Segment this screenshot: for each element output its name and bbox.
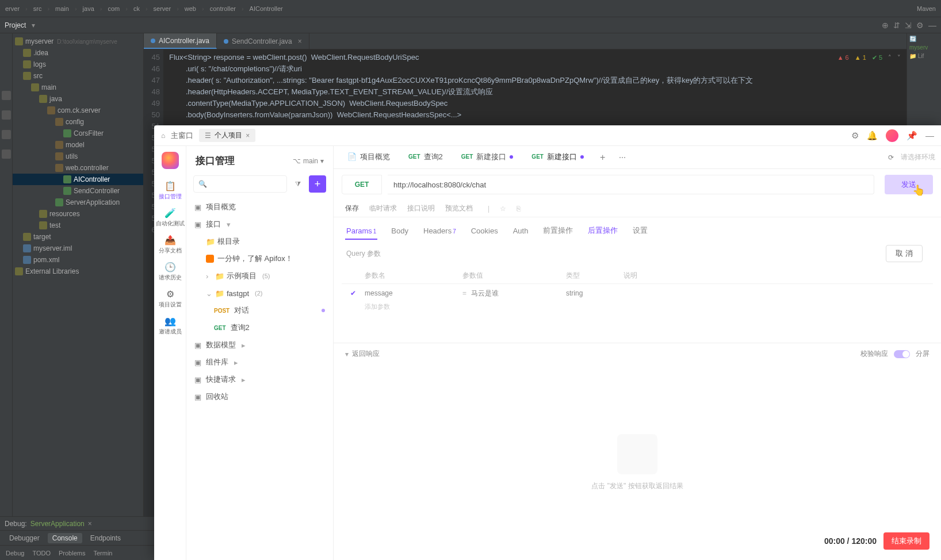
rail-自动化测试[interactable]: 🧪自动化测试 — [156, 204, 185, 231]
tab-overview[interactable]: 📄项目概览 — [339, 146, 398, 168]
paramtab-post[interactable]: 后置操作 — [587, 222, 619, 240]
paramtab-cookies[interactable]: Cookies — [470, 223, 499, 240]
crumb[interactable]: src — [32, 5, 44, 12]
paramtab-pre[interactable]: 前置操作 — [542, 222, 574, 240]
tree-item-aicontroller[interactable]: AIController — [13, 174, 143, 185]
home-tab[interactable]: 主窗口 — [171, 131, 193, 141]
close-icon[interactable]: × — [298, 37, 302, 45]
gutter-icon[interactable] — [2, 149, 11, 159]
tree-item-resources[interactable]: resources — [13, 208, 143, 220]
sidebar-root-dir[interactable]: 📁根目录 — [186, 233, 333, 250]
problems-tool[interactable]: Problems — [59, 550, 85, 557]
tree-item-java[interactable]: java — [13, 93, 143, 105]
pin-icon[interactable]: 📌 — [906, 131, 917, 141]
cancel-button[interactable]: 取 消 — [886, 245, 923, 262]
maven-label[interactable]: Maven — [915, 5, 938, 12]
add-param-placeholder[interactable]: 添加参数 — [342, 302, 933, 316]
avatar[interactable] — [886, 129, 898, 142]
tree-item--idea[interactable]: .idea — [13, 47, 143, 59]
bookmark-icon[interactable]: ☆ — [500, 205, 506, 213]
rail-分享文档[interactable]: 📤分享文档 — [156, 231, 185, 258]
crumb[interactable]: controller — [208, 5, 238, 12]
endpoints-tab[interactable]: Endpoints — [86, 533, 125, 543]
tree-item-pom-xml[interactable]: pom.xml — [13, 254, 143, 266]
sidebar-api-get[interactable]: GET查询2 — [186, 319, 333, 336]
add-button[interactable]: + — [309, 175, 326, 193]
rail-接口管理[interactable]: 📋接口管理 — [156, 177, 185, 204]
crumb[interactable]: main — [53, 5, 71, 12]
sidebar-api-post[interactable]: POST对话 — [186, 302, 333, 319]
crumb[interactable]: ck — [132, 5, 141, 12]
subtab-temp[interactable]: 临时请求 — [369, 204, 397, 213]
sidebar-interface[interactable]: ▣接口▾ — [186, 216, 333, 233]
response-section-header[interactable]: ▾ 返回响应 校验响应 分屏 — [334, 343, 941, 365]
minimize-icon[interactable]: — — [925, 131, 934, 140]
debug-tool[interactable]: Debug — [6, 550, 24, 557]
param-type[interactable]: string — [566, 289, 623, 297]
console-tab[interactable]: Console — [48, 533, 82, 543]
editor-tab-aicontroller[interactable]: AIController.java — [144, 33, 217, 49]
tree-item-model[interactable]: model — [13, 139, 143, 151]
rail-项目设置[interactable]: ⚙项目设置 — [156, 285, 185, 312]
stop-recording-button[interactable]: 结束录制 — [883, 532, 929, 550]
hide-icon[interactable]: — — [928, 21, 936, 30]
crumb[interactable]: AIController — [248, 5, 285, 12]
close-icon[interactable]: × — [246, 132, 250, 140]
validate-toggle[interactable] — [894, 350, 910, 358]
copy-icon[interactable]: ⎘ — [517, 205, 521, 213]
split-label[interactable]: 分屏 — [916, 349, 929, 359]
sidebar-search-input[interactable]: 🔍 — [193, 175, 287, 193]
terminal-tool[interactable]: Termin — [93, 550, 112, 557]
tree-item-utils[interactable]: utils — [13, 151, 143, 162]
tree-root[interactable]: myserver D:\tool\xiangm\myserve — [13, 36, 143, 47]
tree-item-src[interactable]: src — [13, 70, 143, 82]
target-icon[interactable]: ⊕ — [882, 21, 889, 30]
add-tab-button[interactable]: + — [594, 152, 611, 163]
sidebar-components[interactable]: ▣组件库▸ — [186, 354, 333, 371]
subtab-save[interactable]: 保存 — [345, 204, 359, 213]
table-row[interactable]: ✔ message =马云是谁 string — [342, 284, 933, 302]
subtab-preview[interactable]: 预览文档 — [445, 204, 473, 213]
param-value[interactable]: =马云是谁 — [462, 289, 566, 298]
check-icon[interactable]: ✔ — [350, 289, 356, 297]
tree-item-myserver-iml[interactable]: myserver.iml — [13, 243, 143, 254]
sidebar-fastgpt-folder[interactable]: ⌄📁fastgpt(2) — [186, 285, 333, 302]
tree-item-config[interactable]: config — [13, 116, 143, 128]
crumb[interactable]: server — [152, 5, 173, 12]
tree-item-target[interactable]: target — [13, 231, 143, 243]
paramtab-headers[interactable]: Headers7 — [422, 223, 457, 240]
tree-item-sendcontroller[interactable]: SendController — [13, 185, 143, 197]
gutter-icon[interactable] — [2, 91, 11, 100]
tab-new-2[interactable]: GET新建接口 — [523, 146, 592, 168]
tree-item-main[interactable]: main — [13, 82, 143, 93]
todo-tool[interactable]: TODO — [32, 550, 51, 557]
crumb[interactable]: com — [106, 5, 121, 12]
expand-icon[interactable]: ⇵ — [893, 21, 900, 30]
sidebar-overview[interactable]: ▣项目概览 — [186, 198, 333, 216]
sidebar-quick-request[interactable]: ▣快捷请求▸ — [186, 371, 333, 388]
url-input[interactable]: http://localhost:8080/ck/chat — [388, 175, 874, 194]
project-tree[interactable]: myserver D:\tool\xiangm\myserve .idealog… — [13, 33, 144, 545]
bell-icon[interactable]: 🔔 — [867, 131, 878, 141]
refresh-icon[interactable]: ⟳ — [888, 154, 894, 162]
gear-icon[interactable]: ⚙ — [851, 131, 859, 141]
gutter-icon[interactable] — [2, 130, 11, 139]
debugger-tab[interactable]: Debugger — [5, 533, 44, 543]
crumb[interactable]: java — [81, 5, 96, 12]
tab-new-1[interactable]: GET新建接口 — [453, 146, 522, 168]
rail-邀请成员[interactable]: 👥邀请成员 — [156, 312, 185, 339]
project-tool-title[interactable]: Project — [5, 21, 26, 29]
env-selector[interactable]: 请选择环境 — [901, 152, 935, 162]
param-name[interactable]: message — [365, 289, 462, 297]
inspection-summary[interactable]: ▲ 6 ▲ 1 ✔ 5 ˄ ˅ — [837, 52, 901, 63]
subtab-desc[interactable]: 接口说明 — [407, 204, 435, 213]
tree-item-com-ck-server[interactable]: com.ck.server — [13, 105, 143, 116]
sidebar-quick-learn[interactable]: 一分钟，了解 Apifox！ — [186, 250, 333, 267]
debug-config[interactable]: ServerApplication — [30, 520, 85, 528]
crumb[interactable]: web — [183, 5, 198, 12]
branch-selector[interactable]: ⌥ main ▾ — [293, 157, 324, 165]
project-tab[interactable]: ☰ 个人项目 × — [199, 129, 255, 142]
filter-icon[interactable]: ⧩ — [292, 175, 304, 193]
paramtab-body[interactable]: Body — [390, 223, 410, 240]
gutter-icon[interactable] — [2, 110, 11, 120]
